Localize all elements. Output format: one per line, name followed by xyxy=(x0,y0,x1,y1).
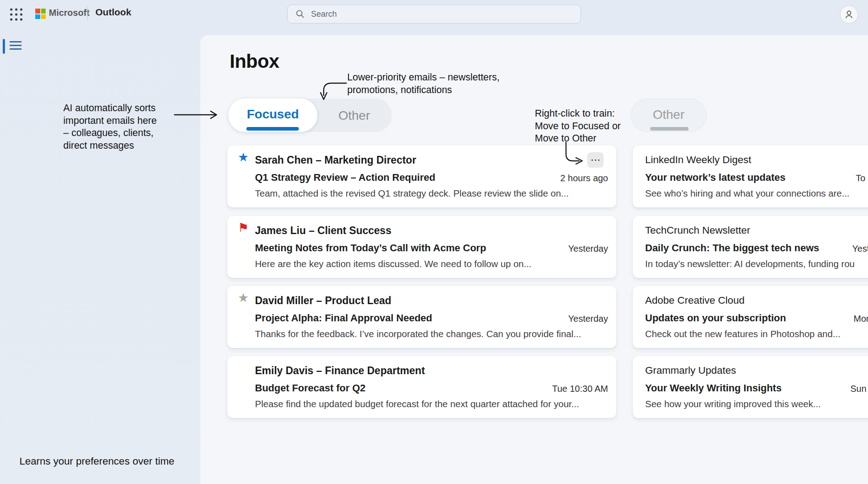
email-sender: Sarah Chen – Marketing Director xyxy=(255,154,416,166)
email-time: Yest xyxy=(852,244,868,254)
email-time: Yesterday xyxy=(568,314,608,324)
email-sender: Emily Davis – Finance Department xyxy=(255,365,425,377)
tab-focused-label: Focused xyxy=(228,99,317,130)
email-time: 2 hours ago xyxy=(560,173,608,183)
email-subject: Meeting Notes from Today’s Call with Acm… xyxy=(255,242,486,254)
search-bar[interactable] xyxy=(287,5,581,23)
ellipsis-icon: ⋯ xyxy=(590,154,600,166)
waffle-grid-icon xyxy=(8,6,24,23)
star-icon[interactable]: ★ xyxy=(238,292,249,304)
other-email-card[interactable]: LinkedIn Weekly Digest Your network’s la… xyxy=(633,146,868,207)
account-button[interactable] xyxy=(840,5,858,23)
microsoft-logo[interactable] xyxy=(35,9,46,19)
email-time: Tue 10:30 AM xyxy=(552,384,608,394)
hamburger-menu-icon[interactable] xyxy=(9,41,22,51)
other-email-card[interactable]: Adobe Creative Cloud Updates on your sub… xyxy=(633,286,868,348)
topbar-divider xyxy=(87,7,88,21)
outlook-wordmark: Outlook xyxy=(95,7,131,18)
tab-other[interactable]: Other xyxy=(317,99,391,132)
annotation-focused-note: AI automatically sorts important emails … xyxy=(63,102,157,152)
search-icon xyxy=(296,9,305,19)
other-email-card[interactable]: Grammarly Updates Your Weekly Writing In… xyxy=(633,356,868,418)
email-subject: Your Weekly Writing Insights xyxy=(645,382,782,394)
app-launcher-icon[interactable] xyxy=(8,6,24,23)
focused-email-card[interactable]: ★ Sarah Chen – Marketing Director Q1 Str… xyxy=(227,146,616,207)
email-preview: In today’s newsletter: AI developments, … xyxy=(645,258,854,269)
email-preview: Please find the updated budget forecast … xyxy=(255,399,579,409)
email-time: Sun xyxy=(850,384,867,394)
email-subject: Project Alpha: Final Approval Needed xyxy=(255,312,432,324)
email-preview: See who’s hiring and what your connectio… xyxy=(645,188,849,199)
tab-other-right-underline xyxy=(650,127,689,131)
email-subject: Daily Crunch: The biggest tech news xyxy=(645,242,819,254)
account-icon xyxy=(844,9,854,20)
annotation-other-note: Lower-priority emails – newsletters, pro… xyxy=(347,71,500,96)
email-sender: TechCrunch Newsletter xyxy=(645,225,750,236)
email-sender: Grammarly Updates xyxy=(645,365,736,376)
email-sender: David Miller – Product Lead xyxy=(255,295,392,307)
focused-email-card[interactable]: ⚑ James Liu – Client Success Meeting Not… xyxy=(227,216,616,278)
annotation-footer-note: Learns your preferences over time xyxy=(19,456,175,467)
email-preview: Thanks for the feedback. I’ve incorporat… xyxy=(255,329,581,339)
ms-logo-red-square xyxy=(35,9,40,14)
email-sender: Adobe Creative Cloud xyxy=(645,295,745,306)
email-preview: Team, attached is the revised Q1 strateg… xyxy=(255,188,569,199)
ms-logo-yellow-square xyxy=(41,14,46,19)
star-icon[interactable]: ★ xyxy=(238,151,249,164)
email-sender: James Liu – Client Success xyxy=(255,225,392,237)
focused-email-card[interactable]: Emily Davis – Finance Department Budget … xyxy=(227,356,616,418)
annotation-train-note: Right-click to train: Move to Focused or… xyxy=(535,108,621,145)
email-time: To xyxy=(856,173,865,183)
page-title: Inbox xyxy=(230,51,279,72)
email-preview: See how your writing improved this week.… xyxy=(645,399,821,409)
tab-other-right-label: Other xyxy=(631,99,706,131)
search-input[interactable] xyxy=(310,9,580,19)
other-email-card[interactable]: TechCrunch Newsletter Daily Crunch: The … xyxy=(633,216,868,278)
email-time: Mon xyxy=(854,314,868,324)
email-sender: LinkedIn Weekly Digest xyxy=(645,154,751,166)
top-bar: Microsoft Outlook xyxy=(0,0,868,29)
ms-logo-blue-square xyxy=(35,14,40,19)
email-time: Yesterday xyxy=(568,244,608,254)
ms-logo-green-square xyxy=(41,9,46,14)
focused-email-card[interactable]: ★ David Miller – Product Lead Project Al… xyxy=(227,286,616,348)
microsoft-wordmark: Microsoft xyxy=(49,8,90,18)
email-preview: Here are the key action items discussed.… xyxy=(255,258,532,269)
email-subject: Your network’s latest updates xyxy=(645,172,786,183)
tab-focused-underline xyxy=(246,127,299,131)
nav-accent-bar xyxy=(3,39,5,54)
email-subject: Updates on your subscription xyxy=(645,312,786,324)
more-options-button[interactable]: ⋯ xyxy=(587,152,604,168)
email-preview: Check out the new features in Photoshop … xyxy=(645,329,840,339)
email-subject: Q1 Strategy Review – Action Required xyxy=(255,172,435,183)
flag-icon[interactable]: ⚑ xyxy=(238,222,249,234)
email-subject: Budget Forecast for Q2 xyxy=(255,382,365,394)
